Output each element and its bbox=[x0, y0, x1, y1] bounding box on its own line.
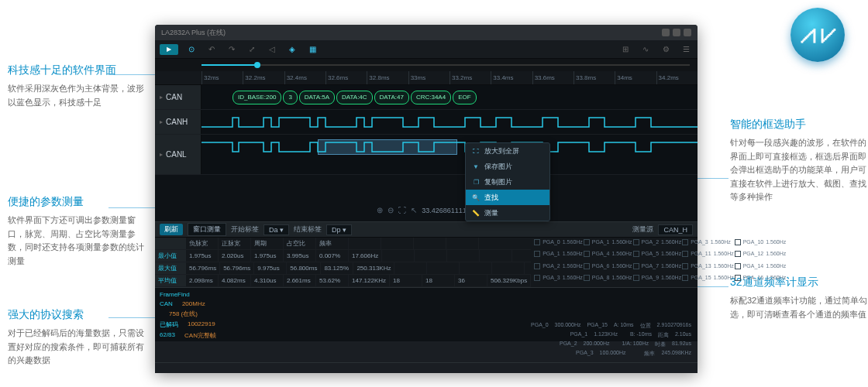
search-row: CAN200MHz bbox=[160, 300, 693, 307]
undo-icon[interactable]: ↶ bbox=[205, 44, 219, 55]
track-canl[interactable]: ▸CANL ⛶放大到全屏▼保存图片❐复制图片🔍查找📏测量 bbox=[155, 135, 698, 175]
freq-checkbox[interactable] bbox=[735, 251, 741, 257]
app-window: LA2832A Plus (在线) ▶ ⊙ ↶ ↷ ⤢ ◁ ◈ ▦ ⊞ ∿ ⚙ … bbox=[155, 25, 698, 373]
search-key: 62/83 bbox=[160, 331, 175, 340]
stats-corner bbox=[155, 238, 186, 249]
freq-checkbox[interactable] bbox=[534, 251, 540, 257]
marker-icon[interactable]: ◈ bbox=[285, 44, 299, 55]
menu-item[interactable]: 📏测量 bbox=[466, 205, 549, 221]
protocol-frame[interactable]: EOF bbox=[453, 91, 476, 104]
stats-row-label: 平均值 bbox=[155, 275, 186, 286]
redo-icon[interactable]: ↷ bbox=[225, 44, 239, 55]
grid-icon[interactable]: ▦ bbox=[305, 44, 319, 55]
freq-checkbox[interactable] bbox=[682, 263, 688, 269]
stats-cell: 4.082ms bbox=[219, 275, 251, 286]
info-cell: 距离 bbox=[658, 331, 669, 339]
track-canh[interactable]: ▸CANH bbox=[155, 110, 698, 135]
ruler-tick: 32.2ms bbox=[243, 71, 284, 84]
freq-checkbox[interactable] bbox=[682, 251, 688, 257]
freq-ch: PGA_10 bbox=[743, 239, 763, 250]
search-key: 已解码 bbox=[160, 320, 178, 329]
stats-cell: 18 bbox=[390, 275, 422, 286]
start-tag-select[interactable]: Da ▾ bbox=[264, 224, 289, 235]
freq-checkbox[interactable] bbox=[584, 239, 590, 245]
chevron-right-icon[interactable]: ▸ bbox=[160, 118, 163, 125]
ruler-tick: 33.6ms bbox=[532, 71, 574, 84]
refresh-button[interactable]: 刷新 bbox=[160, 224, 183, 235]
chevron-right-icon[interactable]: ▸ bbox=[160, 94, 163, 101]
gear-icon[interactable]: ⚙ bbox=[659, 44, 673, 55]
freq-ch: PGA_1 bbox=[592, 239, 610, 250]
zoom-icon[interactable]: ⊙ bbox=[184, 44, 198, 55]
chevron-right-icon[interactable]: ▸ bbox=[160, 151, 163, 158]
protocol-frame[interactable]: DATA:4C bbox=[336, 91, 373, 104]
zoom-in-icon[interactable]: ⊕ bbox=[377, 206, 383, 214]
stats-cell bbox=[460, 262, 492, 274]
cursor-icon[interactable]: ↖ bbox=[411, 206, 417, 214]
freq-ch: PGA_3 bbox=[691, 239, 708, 250]
protocol-frame[interactable]: DATA:5A bbox=[299, 91, 335, 104]
freq-ch: PGA_5 bbox=[642, 251, 660, 262]
freq-checkbox[interactable] bbox=[735, 239, 741, 245]
close-icon[interactable] bbox=[684, 29, 691, 36]
protocol-frame[interactable]: ID_BASE:200 bbox=[232, 91, 281, 104]
menu-item[interactable]: 🔍查找 bbox=[466, 190, 549, 205]
menu-item[interactable]: ⛶放大到全屏 bbox=[466, 143, 549, 159]
freq-checkbox[interactable] bbox=[584, 263, 590, 269]
info-cell: 2.10us bbox=[675, 331, 691, 339]
expand-icon[interactable]: ⤢ bbox=[245, 44, 259, 55]
freq-checkbox[interactable] bbox=[633, 263, 639, 269]
protocol-frame[interactable]: 3 bbox=[283, 91, 297, 104]
zoom-out-icon[interactable]: ⊖ bbox=[388, 206, 394, 214]
freq-val: 1.560Hz bbox=[563, 239, 583, 250]
freq-item: PGA_141.560Hz bbox=[735, 263, 787, 274]
freq-checkbox[interactable] bbox=[534, 275, 540, 281]
freq-checkbox[interactable] bbox=[633, 251, 639, 257]
end-tag-select[interactable]: Dp ▾ bbox=[326, 224, 352, 235]
protocol-frame[interactable]: DATA:47 bbox=[374, 91, 409, 104]
freq-checkbox[interactable] bbox=[735, 275, 741, 281]
menu-item[interactable]: ▼保存图片 bbox=[466, 159, 549, 174]
freq-item: PGA_71.560Hz bbox=[633, 263, 682, 274]
measure-src-select[interactable]: CAN_H bbox=[658, 224, 693, 235]
play-button[interactable]: ▶ bbox=[160, 44, 178, 55]
measure-src-label: 测量源 bbox=[632, 224, 653, 235]
freq-checkbox[interactable] bbox=[534, 239, 540, 245]
info-cell: PGA_0 bbox=[531, 322, 549, 330]
callout-measure: 便捷的参数测量 软件界面下方还可调出参数测量窗口，脉宽、周期、占空比等测量参数，… bbox=[8, 195, 147, 268]
menu-item[interactable]: ❐复制图片 bbox=[466, 174, 549, 190]
back-icon[interactable]: ◁ bbox=[265, 44, 279, 55]
minimize-icon[interactable] bbox=[662, 29, 670, 36]
tool-icon[interactable]: ⊞ bbox=[618, 44, 632, 55]
overview-scrubber[interactable] bbox=[155, 59, 698, 71]
titlebar[interactable]: LA2832A Plus (在线) bbox=[155, 25, 698, 40]
bottom-panels: 刷新 窗口测量 开始标签 Da ▾ 结束标签 Dp ▾ 测量源 CAN_H 负脉… bbox=[155, 221, 698, 287]
time-ruler[interactable]: 32ms32.2ms32.4ms32.6ms32.8ms33ms33.2ms33… bbox=[155, 71, 698, 85]
freq-checkbox[interactable] bbox=[633, 239, 639, 245]
wave-icon[interactable]: ∿ bbox=[639, 44, 653, 55]
freq-item: PGA_91.560Hz bbox=[633, 275, 682, 286]
maximize-icon[interactable] bbox=[673, 29, 680, 36]
freq-val: 1.560Hz bbox=[766, 239, 786, 250]
window-measure-select[interactable]: 窗口测量 bbox=[188, 223, 226, 236]
menu-icon[interactable]: ☰ bbox=[679, 44, 693, 55]
scrub-handle[interactable] bbox=[254, 62, 260, 68]
freq-item: PGA_111.560Hz bbox=[682, 251, 734, 262]
freq-checkbox[interactable] bbox=[633, 275, 639, 281]
freq-ch: PGA_0 bbox=[542, 239, 560, 250]
protocol-frame[interactable]: CRC:34A4 bbox=[411, 91, 451, 104]
freq-checkbox[interactable] bbox=[584, 251, 590, 257]
freq-item: PGA_41.560Hz bbox=[584, 251, 632, 262]
fit-icon[interactable]: ⛶ bbox=[398, 206, 406, 214]
freq-item: PGA_151.560Hz bbox=[682, 275, 734, 286]
freq-checkbox[interactable] bbox=[682, 275, 688, 281]
freq-checkbox[interactable] bbox=[584, 275, 590, 281]
freq-checkbox[interactable] bbox=[735, 263, 741, 269]
track-can[interactable]: ▸CAN ID_BASE:2003DATA:5ADATA:4CDATA:47CR… bbox=[155, 85, 698, 110]
waveform bbox=[202, 141, 698, 153]
freq-checkbox[interactable] bbox=[682, 239, 688, 245]
callout-search: 强大的协议搜索 对于已经解码后的海量数据，只需设置好对应的搜索条件，即可捕获所有… bbox=[8, 308, 147, 368]
freq-checkbox[interactable] bbox=[534, 263, 540, 269]
track-label: CANL bbox=[166, 150, 187, 159]
stats-row-label: 最小值 bbox=[155, 250, 186, 262]
